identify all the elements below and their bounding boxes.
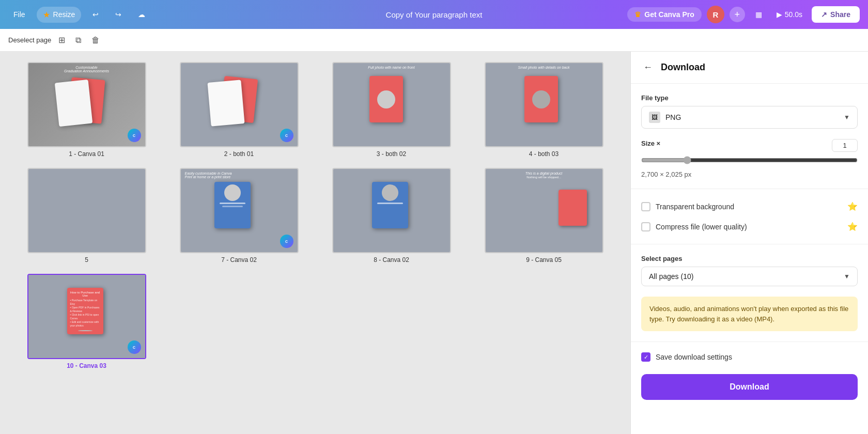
png-icon: 🖼 — [649, 112, 660, 123]
add-button[interactable]: + — [730, 7, 745, 22]
transparent-bg-label: Transparent background — [656, 203, 734, 211]
delete-page-button[interactable]: 🗑 — [88, 34, 103, 47]
select-pages-select[interactable]: All pages (10) ▼ — [641, 267, 858, 286]
file-button[interactable]: File — [8, 7, 30, 22]
panel-title: Download — [661, 62, 705, 73]
save-settings-label: Save download settings — [656, 353, 732, 361]
page-image-7: C Easily customisable in CanvaPrint at h… — [180, 168, 299, 253]
chevron-down-icon-2: ▼ — [844, 273, 850, 280]
page-label-10: 10 - Canva 03 — [67, 362, 106, 369]
cloud-icon: ☁ — [138, 10, 145, 19]
select-pages-section: Select pages All pages (10) ▼ — [641, 255, 858, 286]
play-icon: ▶ — [777, 10, 782, 19]
transparent-pro-icon: ⭐ — [847, 202, 858, 211]
chevron-down-icon: ▼ — [844, 114, 850, 121]
deselect-label: Deselect page — [8, 36, 51, 44]
page-thumb-1[interactable]: C CustomisableGraduation Announcements 1… — [16, 62, 158, 158]
page-image-8 — [332, 168, 451, 253]
page-label-3: 3 - both 02 — [377, 150, 406, 158]
timer-button[interactable]: ▶ 50.0s — [772, 7, 807, 22]
page-thumb-2[interactable]: C 2 - both 01 — [168, 62, 310, 158]
file-type-value: PNG — [665, 113, 681, 121]
size-slider-container — [641, 156, 858, 166]
get-pro-button[interactable]: ♛ Get Canva Pro — [627, 7, 701, 22]
page-label-4: 4 - both 03 — [529, 150, 559, 158]
page-label-8: 8 - Canva 02 — [374, 256, 409, 264]
file-type-select[interactable]: 🖼 PNG ▼ — [641, 106, 858, 129]
page-thumb-9[interactable]: This is a digital productNothing will be… — [473, 168, 615, 264]
page-thumb-4[interactable]: Small photo with details on back 4 - bot… — [473, 62, 615, 158]
page-image-5 — [27, 168, 146, 253]
warning-text: Videos, audio, and animations won't play… — [649, 305, 848, 323]
compress-checkbox[interactable] — [641, 222, 650, 231]
file-type-value-row: 🖼 PNG — [649, 112, 681, 123]
user-avatar[interactable]: R — [707, 6, 724, 23]
save-settings-row: ✓ Save download settings — [641, 352, 858, 362]
page-image-9: This is a digital productNothing will be… — [485, 168, 603, 253]
pages-grid: C CustomisableGraduation Announcements 1… — [0, 52, 630, 434]
resize-button[interactable]: ★ Resize — [37, 7, 82, 23]
options-section: Transparent background ⭐ Compress file (… — [641, 199, 858, 234]
topbar: File ★ Resize ↩ ↪ ☁ Copy of Your paragra… — [0, 0, 868, 29]
transparent-bg-row: Transparent background ⭐ — [641, 199, 858, 213]
divider-3 — [631, 342, 868, 342]
transparent-bg-left: Transparent background — [641, 202, 734, 211]
undo-button[interactable]: ↩ — [87, 7, 104, 22]
back-arrow-icon: ← — [643, 62, 653, 72]
file-type-label: File type — [641, 94, 858, 102]
page-label-5: 5 — [85, 256, 88, 264]
main-content: C CustomisableGraduation Announcements 1… — [0, 52, 868, 434]
size-label-row: Size × — [641, 139, 858, 152]
panel-header: ← Download — [631, 52, 868, 84]
topbar-center: Copy of Your paragraph text — [386, 10, 483, 19]
transparent-bg-checkbox[interactable] — [641, 202, 650, 211]
add-page-button[interactable]: ⊞ — [55, 33, 68, 47]
page-label-9: 9 - Canva 05 — [526, 256, 562, 264]
page-thumb-3[interactable]: Full photo with name on front 3 - both 0… — [320, 62, 462, 158]
select-pages-value: All pages (10) — [649, 272, 693, 281]
panel-body: File type 🖼 PNG ▼ Size × 2, — [631, 84, 868, 410]
page-image-4: Small photo with details on back — [485, 62, 603, 147]
page-image-2: C — [180, 62, 299, 147]
trash-icon: 🗑 — [91, 36, 100, 45]
topbar-left: File ★ Resize ↩ ↪ ☁ — [8, 7, 150, 23]
page-image-10: How to Purchase and Use • Purchase Templ… — [27, 274, 146, 359]
page-toolbar: Deselect page ⊞ ⧉ 🗑 — [0, 29, 868, 52]
size-label: Size × — [641, 140, 660, 147]
share-icon: ↗ — [821, 10, 827, 19]
divider-2 — [631, 244, 868, 244]
page-thumb-8[interactable]: 8 - Canva 02 — [320, 168, 462, 264]
share-button[interactable]: ↗ Share — [812, 6, 860, 23]
page-label-7: 7 - Canva 02 — [221, 256, 257, 264]
redo-button[interactable]: ↪ — [110, 7, 127, 22]
divider-1 — [631, 189, 868, 189]
topbar-right: ♛ Get Canva Pro R + ▦ ▶ 50.0s ↗ Share — [627, 6, 860, 23]
compress-left: Compress file (lower quality) — [641, 222, 747, 231]
page-label-1: 1 - Canva 01 — [69, 150, 104, 158]
page-thumb-10[interactable]: How to Purchase and Use • Purchase Templ… — [16, 274, 158, 369]
page-thumb-7[interactable]: C Easily customisable in CanvaPrint at h… — [168, 168, 310, 264]
download-button[interactable]: Download — [641, 374, 858, 400]
file-type-section: File type 🖼 PNG ▼ — [641, 94, 858, 129]
warning-box: Videos, audio, and animations won't play… — [641, 297, 858, 331]
select-pages-label: Select pages — [641, 255, 858, 262]
chart-icon: ▦ — [755, 10, 762, 19]
page-thumb-5[interactable]: 5 — [16, 168, 158, 264]
download-panel: ← Download File type 🖼 PNG ▼ Size × — [630, 52, 868, 434]
compress-pro-icon: ⭐ — [847, 222, 858, 231]
document-title[interactable]: Copy of Your paragraph text — [386, 10, 483, 19]
copy-page-button[interactable]: ⧉ — [72, 34, 84, 47]
analytics-button[interactable]: ▦ — [750, 7, 767, 22]
cloud-save-button[interactable]: ☁ — [133, 7, 150, 22]
page-image-1: C CustomisableGraduation Announcements — [27, 62, 146, 147]
size-multiplier-input[interactable] — [832, 139, 858, 152]
copy-icon: ⧉ — [75, 36, 81, 45]
save-settings-checkbox[interactable]: ✓ — [641, 352, 650, 362]
page-image-3: Full photo with name on front — [332, 62, 451, 147]
size-section: Size × 2,700 × 2,025 px — [641, 139, 858, 178]
size-slider[interactable] — [641, 156, 858, 164]
panel-back-button[interactable]: ← — [641, 60, 655, 75]
page-label-2: 2 - both 01 — [224, 150, 254, 158]
star-icon: ★ — [43, 10, 50, 20]
size-dimensions: 2,700 × 2,025 px — [641, 171, 858, 178]
